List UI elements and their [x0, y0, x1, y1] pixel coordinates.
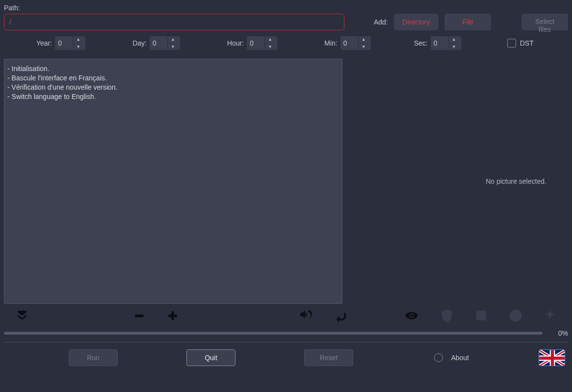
dst-checkbox[interactable] — [507, 39, 516, 48]
dst-label: DST — [520, 39, 534, 47]
minus-icon[interactable] — [132, 307, 146, 324]
svg-rect-3 — [476, 311, 486, 320]
day-stepper[interactable]: ▲ ▼ — [150, 36, 180, 50]
preview-panel: No picture selected. — [464, 59, 568, 304]
min-label: Min: — [324, 39, 337, 47]
svg-point-4 — [510, 310, 522, 322]
plus-icon[interactable] — [166, 307, 180, 324]
svg-rect-0 — [135, 315, 143, 317]
help-icon[interactable] — [508, 307, 523, 324]
day-up-icon[interactable]: ▲ — [168, 36, 178, 44]
log-line: - Initialisation. — [7, 64, 339, 74]
log-line: - Bascule l'interface en Français. — [7, 74, 339, 83]
progress-percent: 0% — [548, 329, 568, 337]
log-panel: - Initialisation. - Bascule l'interface … — [4, 59, 342, 304]
hour-down-icon[interactable]: ▼ — [265, 44, 275, 50]
sec-stepper[interactable]: ▲ ▼ — [431, 36, 461, 50]
sec-input[interactable] — [431, 39, 448, 47]
path-input[interactable] — [4, 14, 344, 30]
about-radio[interactable] — [434, 353, 443, 362]
separator — [4, 342, 568, 343]
toolbar — [4, 304, 568, 327]
language-flag-button[interactable] — [539, 349, 565, 366]
hour-stepper[interactable]: ▲ ▼ — [247, 36, 277, 50]
add-directory-button[interactable]: Directory — [394, 14, 439, 30]
year-label: Year: — [36, 39, 52, 47]
year-down-icon[interactable]: ▼ — [73, 44, 83, 50]
hour-label: Hour: — [227, 39, 244, 47]
sec-label: Sec: — [414, 39, 428, 47]
add-label: Add: — [374, 18, 388, 26]
sec-down-icon[interactable]: ▼ — [449, 44, 459, 50]
hour-input[interactable] — [247, 39, 264, 47]
min-down-icon[interactable]: ▼ — [359, 44, 369, 50]
sec-up-icon[interactable]: ▲ — [449, 36, 459, 44]
stop-icon[interactable] — [474, 307, 489, 324]
run-button[interactable]: Run — [69, 349, 118, 366]
shield-icon[interactable] — [440, 307, 454, 324]
volume-icon[interactable] — [298, 307, 314, 324]
preview-empty-text: No picture selected. — [486, 177, 546, 185]
rotate-icon[interactable] — [334, 307, 348, 324]
about-label: About — [451, 354, 469, 362]
log-line: - Switch language to English. — [7, 92, 339, 101]
add-file-button[interactable]: File — [444, 14, 491, 30]
eye-icon[interactable] — [403, 307, 420, 324]
svg-rect-2 — [171, 311, 174, 319]
year-stepper[interactable]: ▲ ▼ — [55, 36, 85, 50]
min-stepper[interactable]: ▲ ▼ — [340, 36, 371, 50]
min-input[interactable] — [340, 39, 358, 47]
year-input[interactable] — [55, 39, 73, 47]
min-up-icon[interactable]: ▲ — [359, 36, 369, 44]
path-label: Path: — [4, 4, 568, 12]
log-line: - Vérification d'une nouvelle version. — [7, 83, 339, 92]
download-icon[interactable] — [15, 307, 29, 324]
hour-up-icon[interactable]: ▲ — [265, 36, 275, 44]
progress-bar — [4, 332, 543, 335]
day-label: Day: — [132, 39, 147, 47]
day-down-icon[interactable]: ▼ — [168, 44, 178, 50]
select-files-button[interactable]: Select files — [521, 14, 568, 30]
day-input[interactable] — [150, 39, 167, 47]
reset-button[interactable]: Reset — [304, 349, 353, 366]
year-up-icon[interactable]: ▲ — [73, 36, 83, 44]
sparkle-icon[interactable] — [543, 307, 557, 324]
quit-button[interactable]: Quit — [186, 349, 235, 366]
